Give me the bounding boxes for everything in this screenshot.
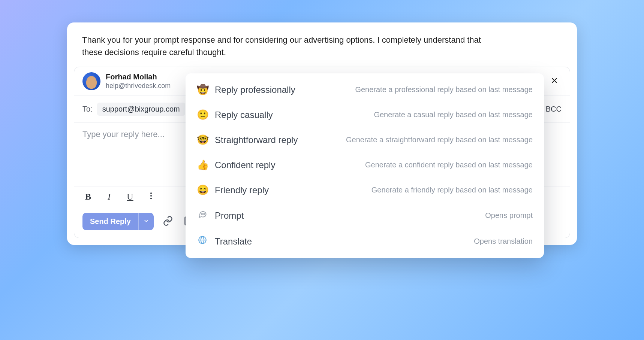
more-formatting-button[interactable] xyxy=(145,191,157,202)
option-title: Friendly reply xyxy=(215,185,269,195)
to-label: To: xyxy=(82,105,93,113)
smile-emoji-icon: 🙂 xyxy=(197,109,208,121)
thread-line2: these decisions require careful thought. xyxy=(82,48,226,57)
recipient-chip[interactable]: support@bixgroup.com xyxy=(97,103,185,116)
send-reply-label: Send Reply xyxy=(82,213,138,230)
more-vertical-icon xyxy=(147,191,156,202)
option-desc: Generate a confident reply based on last… xyxy=(365,161,533,169)
close-icon xyxy=(551,77,558,86)
reply-professionally-option[interactable]: 🤠 Reply professionally Generate a profes… xyxy=(186,77,544,102)
chevron-down-icon xyxy=(143,217,149,226)
underline-button[interactable]: U xyxy=(124,191,136,202)
cowboy-emoji-icon: 🤠 xyxy=(197,84,208,95)
option-title: Straightforward reply xyxy=(215,135,298,145)
send-reply-dropdown[interactable] xyxy=(138,213,154,230)
attachment-button[interactable] xyxy=(161,215,175,228)
option-title: Reply professionally xyxy=(215,85,295,95)
svg-point-12 xyxy=(204,213,205,214)
friendly-reply-option[interactable]: 😄 Friendly reply Generate a friendly rep… xyxy=(186,177,544,203)
option-title: Reply casually xyxy=(215,110,273,120)
thumbs-up-emoji-icon: 👍 xyxy=(197,159,208,171)
bold-button[interactable]: B xyxy=(82,191,94,202)
confident-reply-option[interactable]: 👍 Confident reply Generate a confident r… xyxy=(186,152,544,177)
option-desc: Generate a friendly reply based on last … xyxy=(371,186,533,194)
globe-icon xyxy=(197,235,208,248)
option-title: Prompt xyxy=(215,210,244,221)
compose-panel: Thank you for your prompt response and f… xyxy=(67,22,577,245)
option-desc: Opens translation xyxy=(474,237,533,246)
close-button[interactable] xyxy=(547,74,562,88)
svg-point-11 xyxy=(203,213,204,214)
sender-email: help@thrivedesk.com xyxy=(106,82,173,90)
thread-line1: Thank you for your prompt response and f… xyxy=(82,35,481,45)
bcc-button[interactable]: BCC xyxy=(546,105,562,113)
option-desc: Generate a casual reply based on last me… xyxy=(374,110,533,119)
link-icon xyxy=(163,216,173,228)
svg-point-10 xyxy=(201,213,202,214)
option-desc: Opens prompt xyxy=(485,211,533,220)
prompt-option[interactable]: Prompt Opens prompt xyxy=(186,203,544,228)
reply-suggestions-popover: 🤠 Reply professionally Generate a profes… xyxy=(186,73,544,258)
option-title: Translate xyxy=(215,236,252,247)
svg-point-2 xyxy=(150,192,152,194)
speech-bubble-icon xyxy=(197,209,208,222)
option-desc: Generate a straightforward reply based o… xyxy=(346,136,533,144)
reply-casually-option[interactable]: 🙂 Reply casually Generate a casual reply… xyxy=(186,102,544,127)
italic-button[interactable]: I xyxy=(103,191,115,202)
avatar xyxy=(82,72,100,90)
translate-option[interactable]: Translate Opens translation xyxy=(186,228,544,254)
option-title: Confident reply xyxy=(215,160,275,170)
straightforward-reply-option[interactable]: 🤓 Straightforward reply Generate a strai… xyxy=(186,127,544,152)
svg-point-4 xyxy=(150,198,152,199)
grin-emoji-icon: 😄 xyxy=(197,184,208,196)
option-desc: Generate a professional reply based on l… xyxy=(355,85,533,94)
svg-point-3 xyxy=(150,195,152,197)
send-reply-button[interactable]: Send Reply xyxy=(82,213,154,230)
thread-preview: Thank you for your prompt response and f… xyxy=(67,31,577,67)
nerd-emoji-icon: 🤓 xyxy=(197,134,208,146)
